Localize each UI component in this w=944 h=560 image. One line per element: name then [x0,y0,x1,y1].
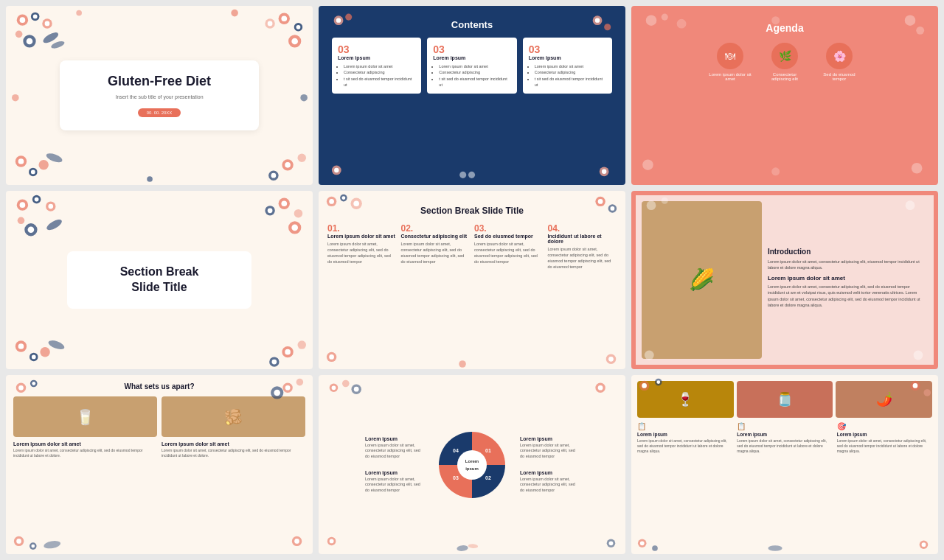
slide-4: Section BreakSlide Title [6,191,313,370]
slide-6-inner: 🌽 Introduction Lorem ipsum dolor sit ame… [636,195,934,365]
slide-7-img-1: 🥛 [13,396,157,437]
slide-5-num-3: 03. [474,223,544,234]
slide-8-left: Lorem ipsum Lorem ipsum dolor sit amet, … [365,436,424,494]
svg-point-24 [45,152,63,164]
slide-2-title-2: Lorem ipsum [433,55,510,60]
slide-5-col-1: 01. Lorem ipsum dolor sit amet Lorem ips… [327,223,397,361]
slide-1-title: Gluten-Free Diet [77,74,241,90]
svg-point-3 [33,15,38,19]
slide-8-r2-body: Lorem ipsum dolor sit amet, consectetur … [520,477,579,494]
slide-5-col-3: 03. Sed do eiusmod tempor Lorem ipsum do… [474,223,544,361]
slide-2-col-1: 03 Lorem ipsum Lorem ipsum dolor sit ame… [332,38,421,94]
slide-3-circle-1: 🍽 [717,43,743,69]
slide-9-img-row: 🍷 🫙 🌶️ [637,381,932,418]
slide-2-title-1: Lorem ipsum [338,55,415,60]
slide-8-r1-title: Lorem ipsum [520,436,579,441]
slide-1-date: 00. 00. 20XX [138,108,181,117]
svg-point-16 [268,21,273,27]
slide-7-inner: What sets us apart? 🥛 🫚 Lorem ipsum dolo… [6,375,313,554]
svg-point-28 [268,170,278,180]
slide-9-icon-2: 📋 [737,422,746,430]
slide-9-item-3-body: Lorem ipsum dolor sit amet, consectetur … [837,438,932,454]
slide-7-item-2-body: Lorem ipsum dolor sit amet, consectetur … [162,448,305,458]
slide-5-col-2: 02. Consectetur adipiscing elit Lorem ip… [401,223,471,361]
slide-6-image: 🌽 [642,201,762,360]
svg-point-133 [457,450,487,480]
slide-8-l2-body: Lorem ipsum dolor sit amet, consectetur … [365,477,424,494]
slide-5-num-2: 02. [401,223,471,234]
slide-6: 🌽 Introduction Lorem ipsum dolor sit ame… [631,191,938,370]
svg-point-45 [459,172,466,178]
slide-9-icon-row-1: 📋 [637,422,732,430]
svg-point-1 [20,17,26,23]
svg-point-21 [29,168,38,177]
svg-point-77 [40,347,49,357]
svg-point-23 [38,160,48,169]
svg-point-74 [18,343,24,349]
slide-9-inner: 🍷 🫙 🌶️ 📋 Lorem ipsum Lorem ipsum dolor s… [631,375,938,554]
svg-point-25 [282,159,293,170]
slide-7-heading: What sets us apart? [13,382,305,391]
slide-9-item-2-body: Lorem ipsum dolor sit amet, consectetur … [737,438,832,454]
slide-4-center-box: Section BreakSlide Title [67,251,251,309]
svg-point-20 [18,158,24,164]
svg-point-63 [24,223,37,236]
svg-point-72 [291,224,298,231]
svg-point-70 [268,208,273,213]
svg-point-42 [334,168,339,172]
svg-point-14 [296,25,301,29]
svg-point-44 [602,169,606,174]
slide-5-body-1: Lorem ipsum dolor sit amet, consectetur … [327,241,397,265]
svg-point-58 [32,195,41,203]
svg-point-66 [279,197,290,209]
svg-point-9 [41,30,60,45]
slide-5-body-4: Lorem ipsum dolor sit amet, consectetur … [548,246,617,270]
svg-point-34 [300,94,308,102]
slide-5-num-1: 01. [327,223,397,234]
svg-point-4 [42,18,52,28]
slide-5-body-3: Lorem ipsum dolor sit amet, consectetur … [474,241,544,265]
svg-point-13 [294,23,303,32]
svg-point-71 [288,221,301,234]
slide-8-left-2: Lorem ipsum Lorem ipsum dolor sit amet, … [365,470,424,494]
svg-point-46 [468,172,475,178]
slide-7-img-row: 🥛 🫚 [13,396,305,437]
svg-point-19 [15,155,27,167]
slide-9-icon-1: 📋 [637,422,646,430]
slide-3-label-1: Lorem ipsum dolor sit amet [708,72,752,81]
svg-point-61 [48,203,53,209]
slide-5-inner: Section Break Slide Title 01. Lorem ipsu… [319,191,625,370]
svg-text:ipsum: ipsum [465,466,479,471]
slide-7-item-2-title: Lorem ipsum dolor sit amet [162,441,305,447]
svg-point-17 [288,35,301,47]
slide-7-item-1: Lorem ipsum dolor sit amet Lorem ipsum d… [13,441,157,458]
slide-5-col-4: 04. Incididunt ut labore et dolore Lorem… [548,223,617,361]
slide-3-label-3: Sed do eiusmod tempor [817,72,861,81]
svg-point-79 [282,346,293,357]
slide-9-item-1: 📋 Lorem ipsum Lorem ipsum dolor sit amet… [637,422,732,454]
svg-point-57 [20,202,26,208]
slide-1: Gluten-Free Diet Insert the sub title of… [6,6,313,185]
slide-9-img-3: 🌶️ [836,381,932,418]
slide-9: 🍷 🫙 🌶️ 📋 Lorem ipsum Lorem ipsum dolor s… [631,375,938,554]
slide-7-item-1-body: Lorem ipsum dolor sit amet, consectetur … [13,448,157,458]
svg-point-80 [285,349,291,355]
slide-2-body-3: Lorem ipsum dolor sit amet Consectetur a… [529,63,606,88]
slide-9-img-1: 🍷 [637,381,734,418]
slide-2-body-2: Lorem ipsum dolor sit amet Consectetur a… [433,63,510,88]
slide-3-circle-3: 🌸 [826,43,853,69]
svg-point-5 [45,21,50,27]
slide-9-item-1-title: Lorem ipsum [637,432,732,437]
slide-3-icon-1: 🍽 Lorem ipsum dolor sit amet [708,43,752,81]
slide-9-item-3: 🎯 Lorem ipsum Lorem ipsum dolor sit amet… [837,422,932,454]
slide-3-label-2: Consectetur adipiscing elit [763,72,807,81]
svg-point-65 [45,217,63,232]
slide-8-r1-body: Lorem ipsum dolor sit amet, consectetur … [520,443,579,460]
slide-8-r2-title: Lorem ipsum [520,470,579,475]
svg-text:04: 04 [453,448,459,453]
svg-point-30 [76,10,82,16]
slide-6-body1: Lorem ipsum dolor sit amet, consectetur … [768,259,928,271]
slide-8: Lorem ipsum Lorem ipsum dolor sit amet, … [319,375,625,554]
slide-8-left-1: Lorem ipsum Lorem ipsum dolor sit amet, … [365,436,424,460]
slide-6-heading: Introduction [768,248,928,256]
